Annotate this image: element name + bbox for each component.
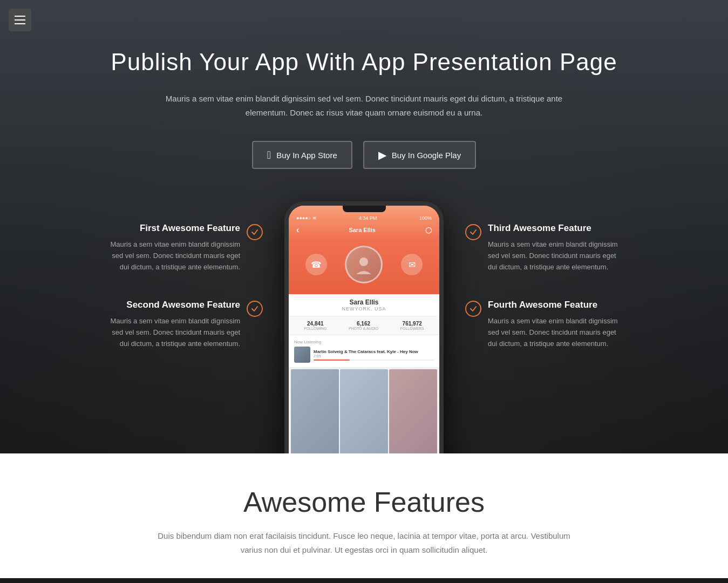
hamburger-button[interactable] [9, 9, 31, 31]
feature-title-2: Second Awesome Feature [105, 300, 240, 310]
feature-check-icon-1 [247, 224, 263, 240]
phone-status-bar: ●●●●○ ≋ 4:34 PM 100% [296, 215, 432, 221]
hero-content: Publish Your App With App Presentation P… [0, 0, 728, 196]
hero-title: Publish Your App With App Presentation P… [0, 49, 728, 76]
phone-user-name: Sara Ellis [293, 299, 435, 306]
feature-item-4: Fourth Awesome Feature Mauris a sem vita… [465, 300, 654, 349]
phone-stat-following: 24,841 FOLLOWING [304, 321, 326, 330]
phone-time: 4:34 PM [359, 215, 377, 221]
phone-followers-label: FOLLOWERS [400, 327, 424, 330]
cta-button-group:  Buy In App Store ▶ Buy In Google Play [0, 141, 728, 169]
phone-profile-icon: ◯ [425, 227, 432, 234]
feature-desc-1: Mauris a sem vitae enim blandit dignissi… [105, 239, 240, 273]
phone-mockup: ●●●●○ ≋ 4:34 PM 100% ‹ Sara Ellis ◯ ☎ [284, 201, 444, 453]
phone-nav-title: Sara Ellis [349, 227, 376, 233]
phone-user-info: Sara Ellis NEWYORK, USA [289, 294, 439, 316]
phone-track-time: 2:09 [314, 354, 434, 358]
apple-icon:  [267, 150, 271, 160]
phone-followers-count: 761,972 [400, 321, 424, 327]
phone-outer-shell: ●●●●○ ≋ 4:34 PM 100% ‹ Sara Ellis ◯ ☎ [284, 201, 444, 453]
awesome-features-title: Awesome Features [0, 486, 728, 518]
phone-following-count: 24,841 [304, 321, 326, 327]
feature-desc-4: Mauris a sem vitae enim blandit dignissi… [488, 316, 623, 349]
google-play-button[interactable]: ▶ Buy In Google Play [363, 141, 476, 169]
feature-item-2: Second Awesome Feature Mauris a sem vita… [74, 300, 263, 349]
feature-text-3: Third Awesome Feature Mauris a sem vitae… [488, 223, 623, 273]
phone-user-location: NEWYORK, USA [293, 306, 435, 311]
phone-nav-bar: ‹ Sara Ellis ◯ [296, 225, 432, 235]
feature-text-4: Fourth Awesome Feature Mauris a sem vita… [488, 300, 623, 349]
google-play-label: Buy In Google Play [392, 151, 461, 160]
phone-track-progress-bar [314, 360, 434, 361]
phone-photos-label: PHOTO & AUDIO [349, 327, 378, 330]
feature-check-icon-4 [465, 301, 481, 317]
hamburger-line-3 [15, 23, 25, 24]
phone-back-arrow: ‹ [296, 225, 299, 235]
awesome-features-section: Awesome Features Duis bibendum diam non … [0, 453, 728, 578]
feature-item-3: Third Awesome Feature Mauris a sem vitae… [465, 223, 654, 273]
feature-text-1: First Awesome Feature Mauris a sem vitae… [105, 223, 240, 273]
phone-following-label: FOLLOWING [304, 327, 326, 330]
app-store-label: Buy In App Store [276, 151, 337, 160]
hamburger-line-2 [15, 19, 25, 21]
svg-point-0 [359, 257, 368, 266]
feature-item-1: First Awesome Feature Mauris a sem vitae… [74, 223, 263, 273]
phone-track-info: Martin Solveig & The Cataracs feat. Kyle… [314, 349, 434, 361]
awesome-features-subtitle: Duis bibendum diam non erat facilaisis t… [148, 529, 580, 557]
features-left-column: First Awesome Feature Mauris a sem vitae… [74, 201, 284, 377]
phone-signal: ●●●●○ ≋ [296, 215, 317, 221]
hamburger-line-1 [15, 16, 25, 17]
phone-profile-section: ☎ ✉ [289, 240, 439, 294]
hero-subtitle: Mauris a sem vitae enim blandit dignissi… [157, 92, 572, 119]
phone-stat-followers: 761,972 FOLLOWERS [400, 321, 424, 330]
phone-track-thumbnail [294, 347, 310, 363]
phone-call-button: ☎ [305, 254, 327, 275]
phone-photo-grid [289, 367, 439, 453]
phone-stat-photos: 6,162 PHOTO & AUDIO [349, 321, 378, 330]
phone-photos-count: 6,162 [349, 321, 378, 327]
phone-photo-3 [389, 369, 437, 453]
phone-notch [343, 206, 386, 212]
android-icon: ▶ [378, 150, 386, 160]
feature-title-1: First Awesome Feature [105, 223, 240, 234]
phone-screen: ●●●●○ ≋ 4:34 PM 100% ‹ Sara Ellis ◯ ☎ [289, 206, 439, 453]
feature-check-icon-2 [247, 301, 263, 317]
phone-battery: 100% [419, 215, 432, 221]
phone-track-name: Martin Solveig & The Cataracs feat. Kyle… [314, 349, 434, 354]
feature-title-3: Third Awesome Feature [488, 223, 623, 234]
phone-avatar [345, 246, 383, 283]
feature-title-4: Fourth Awesome Feature [488, 300, 623, 310]
phone-features-section: First Awesome Feature Mauris a sem vitae… [0, 201, 728, 453]
hero-section: Publish Your App With App Presentation P… [0, 0, 728, 453]
phone-message-button: ✉ [401, 254, 423, 275]
app-store-button[interactable]:  Buy In App Store [252, 141, 352, 169]
phone-side-button [442, 270, 444, 297]
feature-desc-3: Mauris a sem vitae enim blandit dignissi… [488, 239, 623, 273]
phone-photo-2 [340, 369, 388, 453]
phone-track-progress-fill [314, 360, 350, 361]
phone-track: Martin Solveig & The Cataracs feat. Kyle… [294, 347, 434, 363]
feature-desc-2: Mauris a sem vitae enim blandit dignissi… [105, 316, 240, 349]
phone-now-listening: Now Listening Martin Solveig & The Catar… [289, 335, 439, 367]
phone-photo-1 [291, 369, 339, 453]
features-right-column: Third Awesome Feature Mauris a sem vitae… [444, 201, 654, 377]
feature-check-icon-3 [465, 224, 481, 240]
phone-listening-label: Now Listening [294, 340, 434, 344]
feature-text-2: Second Awesome Feature Mauris a sem vita… [105, 300, 240, 349]
phone-stats-bar: 24,841 FOLLOWING 6,162 PHOTO & AUDIO 761… [289, 316, 439, 335]
